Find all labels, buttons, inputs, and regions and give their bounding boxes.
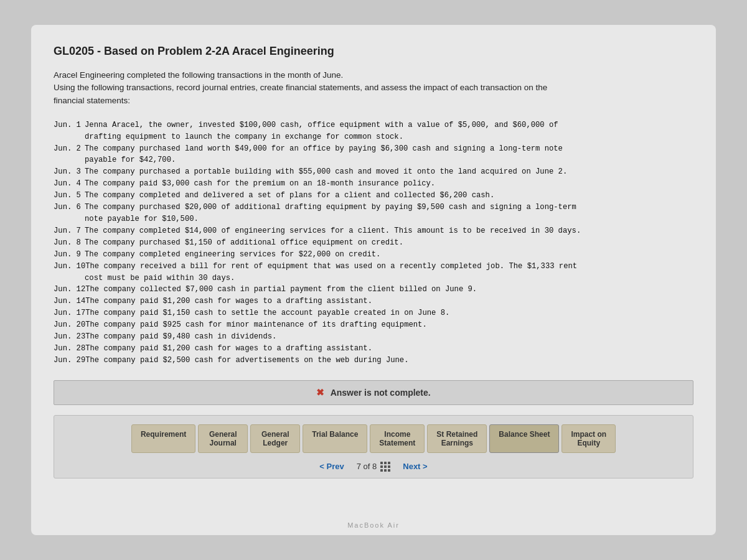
answer-text: Answer is not complete.: [331, 388, 431, 398]
desc-line1: Aracel Engineering completed the followi…: [54, 70, 343, 80]
desc-line2: Using the following transactions, record…: [54, 83, 547, 92]
transaction-row: payable for $42,700.: [54, 154, 693, 166]
transaction-text: The company paid $3,000 cash for the pre…: [85, 178, 693, 190]
transaction-row: cost must be paid within 30 days.: [54, 273, 693, 284]
transaction-label: Jun. 10: [54, 261, 85, 273]
transaction-row: Jun. 29The company paid $2,500 cash for …: [54, 355, 693, 366]
page-title: GL0205 - Based on Problem 2-2A Aracel En…: [54, 45, 693, 58]
transaction-label: [54, 154, 85, 166]
transaction-row: Jun. 12The company collected $7,000 cash…: [54, 284, 693, 296]
description: Aracel Engineering completed the followi…: [54, 69, 693, 107]
transaction-row: note payable for $10,500.: [54, 213, 693, 225]
transaction-text: The company completed and delivered a se…: [85, 190, 693, 202]
transaction-text: cost must be paid within 30 days.: [85, 273, 693, 284]
transaction-label: Jun. 17: [54, 307, 85, 319]
transaction-row: Jun. 7The company completed $14,000 of e…: [54, 225, 693, 237]
transaction-label: Jun. 1: [54, 119, 85, 131]
transaction-row: Jun. 10The company received a bill for r…: [54, 261, 693, 273]
transaction-text: The company purchased land worth $49,000…: [85, 143, 693, 155]
tabs-section: RequirementGeneralJournalGeneralLedgerTr…: [54, 415, 693, 478]
transaction-text: The company paid $1,200 cash for wages t…: [85, 343, 693, 355]
transaction-row: Jun. 8The company purchased $1,150 of ad…: [54, 237, 693, 249]
transaction-row: Jun. 28The company paid $1,200 cash for …: [54, 343, 693, 355]
page-info: 7 of 8: [357, 462, 391, 472]
transaction-text: The company paid $9,480 cash in dividend…: [85, 331, 693, 343]
transaction-row: Jun. 4The company paid $3,000 cash for t…: [54, 178, 693, 190]
transaction-label: Jun. 2: [54, 143, 85, 155]
transaction-label: Jun. 12: [54, 284, 85, 296]
transaction-text: payable for $42,700.: [85, 154, 693, 166]
transaction-row: Jun. 2The company purchased land worth $…: [54, 143, 693, 155]
transaction-label: Jun. 6: [54, 202, 85, 213]
transaction-text: The company received a bill for rent of …: [85, 261, 693, 273]
macbook-label: MacBook Air: [347, 521, 400, 529]
transaction-label: Jun. 29: [54, 355, 85, 366]
transaction-text: note payable for $10,500.: [85, 213, 693, 225]
tab-trial-balance[interactable]: Trial Balance: [303, 424, 367, 453]
transaction-row: Jun. 1Jenna Aracel, the owner, invested …: [54, 119, 693, 131]
transaction-label: Jun. 7: [54, 225, 85, 237]
tabs-row: RequirementGeneralJournalGeneralLedgerTr…: [60, 424, 687, 453]
grid-icon: [380, 462, 390, 472]
transaction-label: Jun. 23: [54, 331, 85, 343]
transaction-text: The company purchased $20,000 of additio…: [85, 202, 693, 213]
transaction-text: The company purchased a portable buildin…: [85, 166, 693, 178]
transaction-row: Jun. 23The company paid $9,480 cash in d…: [54, 331, 693, 343]
transaction-text: The company paid $925 cash for minor mai…: [85, 319, 693, 331]
tab-st-retained-earnings[interactable]: St RetainedEarnings: [427, 424, 487, 453]
tab-general-ledger[interactable]: GeneralLedger: [250, 424, 300, 453]
transaction-row: Jun. 20The company paid $925 cash for mi…: [54, 319, 693, 331]
transaction-row: drafting equipment to launch the company…: [54, 131, 693, 143]
transaction-label: [54, 131, 85, 143]
transaction-text: The company paid $1,200 cash for wages t…: [85, 296, 693, 307]
tab-balance-sheet[interactable]: Balance Sheet: [489, 424, 559, 453]
transaction-row: Jun. 3The company purchased a portable b…: [54, 166, 693, 178]
transaction-row: Jun. 6The company purchased $20,000 of a…: [54, 202, 693, 213]
transaction-row: Jun. 17The company paid $1,150 cash to s…: [54, 307, 693, 319]
transaction-label: [54, 273, 85, 284]
transaction-label: Jun. 28: [54, 343, 85, 355]
transaction-text: The company completed engineering servic…: [85, 249, 693, 261]
transaction-label: Jun. 14: [54, 296, 85, 307]
transaction-text: drafting equipment to launch the company…: [85, 131, 693, 143]
transaction-text: The company completed $14,000 of enginee…: [85, 225, 693, 237]
answer-icon: ✖: [316, 387, 324, 398]
transaction-text: The company paid $2,500 cash for adverti…: [85, 355, 693, 366]
prev-button[interactable]: < Prev: [319, 462, 344, 471]
page-number: 7 of 8: [357, 462, 377, 471]
transaction-row: Jun. 5The company completed and delivere…: [54, 190, 693, 202]
transaction-text: The company collected $7,000 cash in par…: [85, 284, 693, 296]
next-button[interactable]: Next >: [403, 462, 427, 471]
desc-line3: financial statements:: [54, 96, 130, 105]
tab-general-journal[interactable]: GeneralJournal: [198, 424, 248, 453]
transaction-text: The company purchased $1,150 of addition…: [85, 237, 693, 249]
transaction-text: Jenna Aracel, the owner, invested $100,0…: [85, 119, 693, 131]
transaction-row: Jun. 9The company completed engineering …: [54, 249, 693, 261]
transaction-label: Jun. 8: [54, 237, 85, 249]
tab-impact-on-equity[interactable]: Impact onEquity: [561, 424, 616, 453]
main-container: GL0205 - Based on Problem 2-2A Aracel En…: [31, 25, 716, 535]
transaction-label: Jun. 3: [54, 166, 85, 178]
answer-banner: ✖ Answer is not complete.: [54, 380, 693, 405]
tab-requirement[interactable]: Requirement: [131, 424, 195, 453]
transactions-list: Jun. 1Jenna Aracel, the owner, invested …: [54, 119, 693, 366]
transaction-row: Jun. 14The company paid $1,200 cash for …: [54, 296, 693, 307]
nav-row: < Prev 7 of 8 Next >: [60, 462, 687, 472]
transaction-label: Jun. 9: [54, 249, 85, 261]
transaction-label: Jun. 5: [54, 190, 85, 202]
transaction-label: Jun. 4: [54, 178, 85, 190]
transaction-label: [54, 213, 85, 225]
transaction-text: The company paid $1,150 cash to settle t…: [85, 307, 693, 319]
transaction-label: Jun. 20: [54, 319, 85, 331]
tab-income-statement[interactable]: IncomeStatement: [370, 424, 425, 453]
